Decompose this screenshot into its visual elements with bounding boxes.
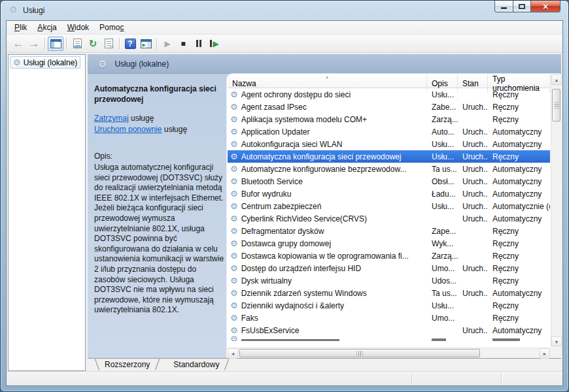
menu-pomoc[interactable]: Pomoc xyxy=(94,22,129,33)
vertical-scrollbar[interactable]: ▲ ▼ xyxy=(551,74,561,347)
table-row[interactable]: ⚙Centrum zabezpieczeń Usłu... Uruch... A… xyxy=(228,200,550,212)
stop-service-button[interactable]: ■ xyxy=(175,37,191,51)
table-row[interactable]: ⚙Bluetooth Service Obsł... Uruch... Auto… xyxy=(228,175,550,188)
cell-startup-type: Ręczny xyxy=(488,252,550,261)
cell-startup-type: Ręczny xyxy=(488,276,550,286)
menu-bar: Plik Akcja Widok Pomoc xyxy=(7,21,562,35)
horizontal-scrollbar[interactable]: ◄ ► xyxy=(228,348,550,358)
help-button[interactable]: ? xyxy=(122,37,138,51)
service-gear-icon: ⚙ xyxy=(230,238,238,248)
table-row[interactable]: ⚙Dostawca grupy domowej Wyk... Ręczny xyxy=(228,237,550,250)
tab-rozszerzony[interactable]: Rozszerzony xyxy=(93,359,162,371)
stop-service-link[interactable]: Zatrzymaj xyxy=(94,114,129,123)
table-row[interactable]: ⚙Dostawca kopiowania w tle oprogramowani… xyxy=(228,250,550,262)
table-row-partial[interactable]: ⚙ xyxy=(228,336,550,341)
scroll-down-icon: ▼ xyxy=(555,340,559,344)
tab-standardowy[interactable]: Standardowy xyxy=(162,359,231,371)
menu-akcja[interactable]: Akcja xyxy=(32,22,61,33)
properties-button[interactable] xyxy=(69,37,85,51)
cell-service-status: Uruch... xyxy=(458,214,488,223)
column-header-typ[interactable]: Typ uruchomienia xyxy=(488,74,550,93)
maximize-icon xyxy=(519,4,525,9)
cell-startup-type: Automatyczny xyxy=(488,127,550,137)
table-row[interactable]: ⚙Automatyczne konfigurowanie bezprzewodo… xyxy=(228,163,550,175)
client-area: Plik Akcja Widok Pomoc ← → ↻ → ? ▶ xyxy=(6,20,563,386)
export-list-button[interactable]: → xyxy=(101,37,116,51)
table-row[interactable]: ⚙Dziennik zdarzeń systemu Windows Ta us.… xyxy=(228,287,550,299)
scroll-down-button[interactable]: ▼ xyxy=(551,336,562,347)
restart-service-link[interactable]: Uruchom ponownie xyxy=(94,125,162,134)
export-list-icon: → xyxy=(105,39,113,48)
table-row[interactable]: ⚙Application Updater Auto... Uruch... Au… xyxy=(228,125,550,138)
cell-service-status: Uruch... xyxy=(458,127,488,137)
forward-button[interactable]: → xyxy=(26,37,42,51)
services-list: ▲ Nazwa Opis Stan Typ uruchomienia xyxy=(228,74,550,347)
service-gear-icon: ⚙ xyxy=(230,226,238,236)
scrollbar-corner xyxy=(550,348,561,358)
pane-header-title: Usługi (lokalne) xyxy=(114,59,169,69)
vertical-scrollbar-thumb[interactable] xyxy=(552,89,560,122)
tree-item-services-local[interactable]: ⚙ Usługi (lokalne) xyxy=(10,56,80,69)
titlebar[interactable]: ⚙ Usługi × xyxy=(1,1,568,20)
table-row[interactable]: ⚙Agent zasad IPsec Zabe... Uruch... Ręcz… xyxy=(228,101,550,113)
restart-service-button[interactable]: ▶ xyxy=(207,37,222,51)
refresh-icon: ↻ xyxy=(89,39,97,48)
back-button[interactable]: ← xyxy=(10,37,26,51)
toolbar-separator xyxy=(156,38,157,50)
table-row[interactable]: ⚙Aplikacja systemowa modelu COM+ Zarzą..… xyxy=(228,113,550,125)
horizontal-scrollbar-thumb[interactable] xyxy=(239,349,480,357)
table-row[interactable]: ⚙Dysk wirtualny Udos... Ręczny xyxy=(228,274,550,287)
window-controls: × xyxy=(495,0,560,12)
action-pane-icon: ▶ xyxy=(141,39,152,48)
column-header-stan[interactable]: Stan xyxy=(458,74,488,93)
table-row[interactable]: ⚙Autokonfiguracja sieci WLAN Usłu... Uru… xyxy=(228,138,550,150)
menu-plik[interactable]: Plik xyxy=(9,22,32,33)
services-window: ⚙ Usługi × Plik Akcja Widok Pomoc ← → xyxy=(0,0,569,392)
pane-header-band: ⚙ Usługi (lokalne) xyxy=(88,54,561,74)
table-row[interactable]: ⚙Cyberlink RichVideo Service(CRVS) Uruch… xyxy=(228,212,550,225)
cell-service-description: Usłu... xyxy=(427,301,458,310)
service-gear-icon: ⚙ xyxy=(230,127,238,137)
close-button[interactable]: × xyxy=(530,0,560,12)
cell-service-name: Aplikacja systemowa modelu COM+ xyxy=(241,115,367,124)
cell-service-status: Uruch... xyxy=(458,289,488,298)
table-row[interactable]: ⚙Dostęp do urządzeń interfejsu HID Umo..… xyxy=(228,262,550,274)
start-service-button[interactable]: ▶ xyxy=(160,37,175,51)
scroll-up-button[interactable]: ▲ xyxy=(551,74,562,85)
cell-service-description: Obsł... xyxy=(427,177,458,186)
sort-asc-icon: ▲ xyxy=(325,74,330,79)
table-row[interactable]: ⚙FsUsbExService Uruch... Automatyczny xyxy=(228,324,550,336)
cell-service-description: Umo... xyxy=(427,264,458,273)
column-header-opis[interactable]: Opis xyxy=(427,74,458,93)
cell-service-description: Udos... xyxy=(427,276,458,286)
table-row[interactable]: ⚙Bufor wydruku Ładu... Uruch... Automaty… xyxy=(228,188,550,200)
table-row[interactable]: ⚙Dzienniki wydajności i &alerty Usłu... … xyxy=(228,299,550,312)
scroll-right-button[interactable]: ► xyxy=(540,348,550,359)
maximize-button[interactable] xyxy=(513,0,531,12)
console-tree-icon xyxy=(50,39,61,48)
show-console-tree-button[interactable] xyxy=(48,37,63,51)
table-row[interactable]: ⚙Faks Umo... Ręczny xyxy=(228,312,550,324)
table-row[interactable]: ⚙Defragmentator dysków Zape... Ręczny xyxy=(228,225,550,237)
menu-widok[interactable]: Widok xyxy=(62,22,94,33)
service-actions: Zatrzymaj usługę Uruchom ponownie usługę xyxy=(94,114,226,135)
service-gear-icon: ⚙ xyxy=(230,102,238,112)
cell-service-name: Dysk wirtualny xyxy=(241,276,292,286)
minimize-button[interactable] xyxy=(494,0,513,12)
service-gear-icon: ⚙ xyxy=(230,276,238,286)
extended-view-pane: ⚙ Usługi (lokalne) Automatyczna konfigur… xyxy=(88,54,561,371)
refresh-button[interactable]: ↻ xyxy=(85,37,101,51)
pause-service-button[interactable] xyxy=(191,37,207,51)
cell-service-name: Dostawca grupy domowej xyxy=(241,239,331,248)
table-row[interactable]: ⚙Automatyczna konfiguracja sieci przewod… xyxy=(228,150,550,163)
description-label: Opis: xyxy=(94,152,226,162)
cell-service-status: Uruch... xyxy=(458,264,488,273)
cell-startup-type: Ręczny xyxy=(488,314,550,323)
cell-startup-type: Automatyczny xyxy=(488,177,550,186)
cell-service-name: Dostęp do urządzeń interfejsu HID xyxy=(241,264,361,273)
service-gear-icon: ⚙ xyxy=(230,164,238,174)
column-header-nazwa[interactable]: ▲ Nazwa xyxy=(228,74,427,93)
cell-service-description: Ta us... xyxy=(427,289,458,298)
scroll-left-button[interactable]: ◄ xyxy=(228,348,238,359)
show-action-pane-button[interactable]: ▶ xyxy=(138,37,154,51)
